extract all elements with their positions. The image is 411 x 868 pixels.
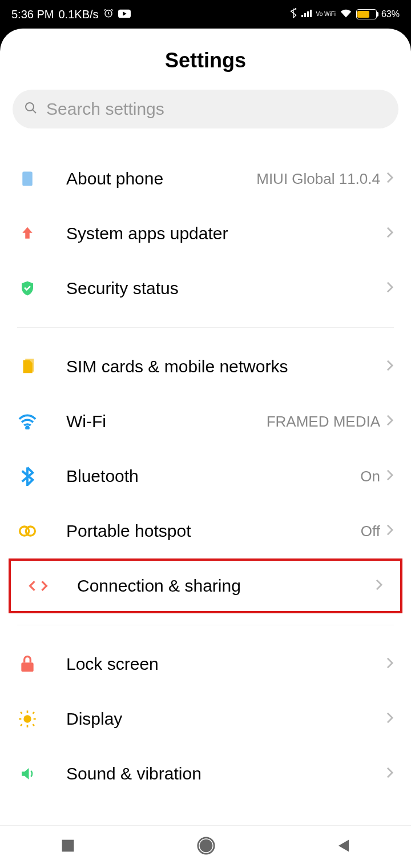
chevron-right-icon (375, 578, 383, 593)
svg-point-26 (200, 840, 212, 851)
svg-point-15 (23, 715, 31, 722)
chevron-right-icon (386, 524, 394, 539)
list-item-label: About phone (66, 169, 256, 188)
svg-rect-24 (62, 840, 74, 852)
wifi-status-icon (340, 9, 352, 20)
chevron-right-icon (386, 469, 394, 484)
hotspot-icon (17, 521, 38, 541)
chevron-right-icon (386, 712, 394, 726)
bluetooth-icon (17, 466, 38, 487)
status-data-rate: 0.1KB/s (58, 8, 98, 21)
wifi-icon (17, 411, 38, 432)
sun-icon (17, 709, 38, 729)
lock-icon (17, 654, 38, 674)
arrow-up-icon (17, 223, 38, 244)
svg-rect-14 (21, 662, 33, 672)
sim-icon (17, 356, 38, 377)
status-right: Vo WiFi 63% (290, 8, 400, 21)
settings-item-about-phone[interactable]: About phone MIUI Global 11.0.4 (0, 151, 411, 206)
list-item-label: SIM cards & mobile networks (66, 357, 386, 376)
svg-line-21 (33, 712, 34, 714)
home-button[interactable] (196, 836, 216, 858)
battery-pct: 63% (381, 9, 400, 19)
list-item-value: Off (361, 523, 380, 540)
svg-rect-10 (25, 359, 34, 372)
navigation-bar (0, 825, 411, 868)
svg-rect-9 (22, 172, 33, 186)
settings-item-system-apps-updater[interactable]: System apps updater (0, 206, 411, 261)
svg-rect-5 (307, 11, 309, 17)
sound-icon (17, 763, 38, 784)
svg-line-20 (21, 712, 22, 714)
svg-line-22 (21, 724, 22, 726)
signal-icon (301, 9, 312, 19)
list-item-value: FRAMED MEDIA (267, 413, 380, 431)
chevron-right-icon (386, 414, 394, 429)
svg-rect-3 (301, 15, 303, 17)
shield-check-icon (17, 278, 38, 299)
chevron-right-icon (386, 281, 394, 296)
settings-item-bluetooth[interactable]: Bluetooth On (0, 449, 411, 504)
list-item-label: Bluetooth (66, 467, 360, 486)
svg-line-8 (33, 110, 36, 113)
settings-item-connection-sharing[interactable]: Connection & sharing (9, 558, 402, 613)
list-item-label: Security status (66, 279, 386, 298)
chevron-right-icon (386, 359, 394, 374)
svg-rect-4 (304, 13, 306, 17)
bluetooth-status-icon (290, 8, 297, 21)
svg-point-7 (26, 103, 34, 111)
section-divider (17, 625, 394, 625)
settings-screen: Settings Search settings About phone MIU… (0, 29, 411, 825)
search-placeholder: Search settings (46, 99, 164, 119)
section-divider (17, 327, 394, 328)
phone-icon (17, 168, 38, 189)
list-item-label: Display (66, 709, 386, 729)
list-item-label: Portable hotspot (66, 521, 361, 541)
list-item-value: On (360, 468, 380, 485)
svg-point-13 (26, 527, 35, 536)
battery-icon (356, 9, 377, 19)
connection-icon (28, 576, 49, 596)
settings-item-sim-cards[interactable]: SIM cards & mobile networks (0, 339, 411, 394)
chevron-right-icon (386, 226, 394, 241)
list-item-label: Connection & sharing (77, 576, 375, 596)
chevron-right-icon (386, 171, 394, 186)
svg-point-11 (26, 427, 29, 429)
alarm-icon (103, 8, 114, 21)
chevron-right-icon (386, 766, 394, 781)
settings-item-lock-screen[interactable]: Lock screen (0, 637, 411, 692)
status-left: 5:36 PM 0.1KB/s (11, 8, 131, 21)
settings-item-security-status[interactable]: Security status (0, 261, 411, 316)
settings-item-display[interactable]: Display (0, 692, 411, 746)
list-item-label: Wi-Fi (66, 412, 267, 431)
svg-rect-6 (310, 10, 312, 17)
search-input[interactable]: Search settings (13, 90, 398, 128)
back-button[interactable] (337, 838, 350, 855)
list-item-label: Sound & vibration (66, 764, 386, 783)
chevron-right-icon (386, 657, 394, 672)
page-title: Settings (0, 49, 411, 73)
vowifi-icon: Vo WiFi (316, 11, 336, 17)
svg-line-23 (33, 724, 34, 726)
settings-item-wifi[interactable]: Wi-Fi FRAMED MEDIA (0, 394, 411, 449)
recent-apps-button[interactable] (61, 838, 75, 855)
svg-marker-27 (339, 840, 349, 852)
status-bar: 5:36 PM 0.1KB/s Vo WiFi 63% (0, 0, 411, 29)
list-item-label: System apps updater (66, 224, 386, 243)
status-time: 5:36 PM (11, 8, 54, 21)
settings-item-sound-vibration[interactable]: Sound & vibration (0, 746, 411, 801)
search-icon (24, 101, 38, 117)
list-item-label: Lock screen (66, 654, 386, 674)
youtube-icon (118, 8, 131, 21)
settings-item-portable-hotspot[interactable]: Portable hotspot Off (0, 504, 411, 558)
list-item-value: MIUI Global 11.0.4 (256, 170, 380, 188)
